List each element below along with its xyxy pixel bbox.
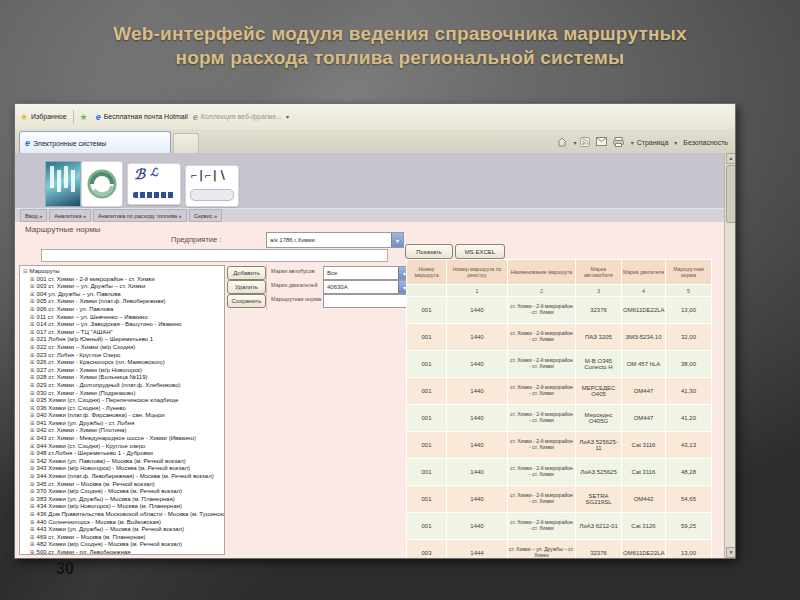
tree-item[interactable]: ⊞482 Химки (м/р Сходня) - Москва (м. Реч… [23,541,224,549]
expand-icon[interactable]: ⊞ [30,526,35,532]
tree-item[interactable]: ⊞027 ст. Химки - Химки (м/р Новогорск) [23,367,224,375]
expand-icon[interactable]: ⊞ [30,412,35,418]
table-row[interactable]: 0011440ст. Химки - 2-й микрорайон - ст. … [407,432,712,459]
scroll-up-arrow[interactable]: ▲ [726,153,736,164]
expand-icon[interactable]: ⊞ [30,541,35,547]
expand-icon[interactable]: ⊞ [30,443,35,449]
expand-icon[interactable]: ⊞ [30,298,35,304]
home-icon[interactable] [557,137,567,148]
tree-item[interactable]: ⊞006 ст. Химки - ул. Павлова [23,306,224,314]
tree-root[interactable]: ⊟Маршруты [23,268,224,276]
favorites-link-web-slices[interactable]: Коллекция веб-фрагме... [201,113,282,120]
save-button[interactable]: Сохранить [227,294,266,308]
table-row[interactable]: 0011440ст. Химки - 2-й микрорайон - ст. … [407,405,712,432]
expand-icon[interactable]: ⊞ [30,473,35,479]
tree-item[interactable]: ⊞043 ст. Химки - Международное шоссе - Х… [23,435,224,443]
expand-icon[interactable]: ⊞ [30,374,35,380]
expand-icon[interactable]: ⊞ [30,534,35,540]
table-row[interactable]: 0011440ст. Химки - 2-й микрорайон - ст. … [407,378,712,405]
expand-icon[interactable]: ⊞ [30,496,35,502]
scroll-down-arrow[interactable]: ▼ [726,547,736,558]
tree-item[interactable]: ⊞004 ул. Дружбы – ул. Павлова [23,291,224,299]
expand-icon[interactable]: ⊞ [30,314,35,320]
expand-icon[interactable]: ⊞ [30,306,35,312]
menu-item-fuel-analytics[interactable]: Аналитика по расходу топлива » [93,209,187,222]
route-norm-input[interactable] [323,294,413,308]
expand-icon[interactable]: ⊞ [30,344,35,350]
tree-item[interactable]: ⊞003 ст. Химки – ул. Дружбы – ст. Химки [23,283,224,291]
table-row[interactable]: 0011440ст. Химки - 2-й микрорайон - ст. … [407,459,712,486]
tree-item[interactable]: ⊞443 Химки (ул. Дружбы) – Москва (м. Реч… [23,526,224,534]
print-icon[interactable] [613,137,624,148]
tree-item[interactable]: ⊞500 ст. Химки - пл. Левобережная [23,549,224,555]
chevron-down-icon[interactable]: ▾ [631,139,634,146]
tree-item[interactable]: ⊞469 ст. Химки – Москва (м. Планерная) [23,534,224,542]
expand-icon[interactable]: ⊞ [30,450,35,456]
tree-item[interactable]: ⊞036 Химки (ст. Сходня) - Лунево [23,405,224,413]
tree-item[interactable]: ⊞014 ст. Химки – ул. Заводская - Вашутин… [23,321,224,329]
tree-item[interactable]: ⊞023 ст. Лобня - Круглое Озеро [23,352,224,360]
tree-item[interactable]: ⊞048 ст.Лобня - Шереметьево 1 - Дубровки [23,450,224,458]
tree-item[interactable]: ⊞383 Химки (ул. Дружбы) – Москва (м. Пла… [23,496,224,504]
favorites-link-hotmail[interactable]: Бесплатная почта Hotmail [104,113,188,120]
tree-item[interactable]: ⊞021 Лобня (м/р Южный) – Шереметьево 1 [23,336,224,344]
tree-item[interactable]: ⊞022 ст. Химки – Химки (м/р Сходня) [23,344,224,352]
expand-icon[interactable]: ⊞ [30,519,35,525]
email-icon[interactable] [596,137,607,147]
tree-item[interactable]: ⊞343 Химки (м/р Новогорск) - Москва (м. … [23,465,224,473]
tab-electronic-systems[interactable]: e Электронные системы [19,131,171,154]
add-button[interactable]: Добавить [227,266,266,280]
enterprise-select[interactable]: а/к 1786 г.Химки ▾ [266,232,404,248]
tree-item[interactable]: ⊞035 Химки (ст. Сходня) - Перепечинское … [23,397,224,405]
tree-item[interactable]: ⊞030 ст. Химки - Химки (Подрезково) [23,390,224,398]
tree-item[interactable]: ⊞001 ст. Химки - 2-й микрорайон - ст. Хи… [23,276,224,284]
scrollbar-thumb[interactable] [726,165,736,223]
table-row[interactable]: 0011440ст. Химки - 2-й микрорайон - ст. … [407,351,712,378]
vertical-scrollbar[interactable]: ▲ ▼ [724,153,735,558]
expand-icon[interactable]: ⊞ [30,336,35,342]
feeds-icon[interactable] [580,137,590,148]
ms-excel-button[interactable]: MS EXCEL [455,244,505,259]
route-filter-input[interactable] [41,249,388,262]
expand-icon[interactable]: ⊞ [30,511,35,517]
expand-icon[interactable]: ⊞ [30,481,35,487]
tree-item[interactable]: ⊞370 Химки (м/р Сходня) - Москва (м. Реч… [23,488,224,496]
delete-button[interactable]: Удалить [227,280,266,294]
expand-icon[interactable]: ⊞ [30,405,35,411]
expand-icon[interactable]: ⊞ [30,291,35,297]
menu-item-service[interactable]: Сервис » [189,209,222,222]
bus-brand-select[interactable]: Все ▾ [323,266,411,280]
tree-item[interactable]: ⊞017 ст. Химки – ТЦ "АШАН" [23,329,224,337]
expand-icon[interactable]: ⊞ [30,329,35,335]
tree-item[interactable]: ⊞040 Химки (плат.ф. Фирсановка) - сан. М… [23,412,224,420]
tree-item[interactable]: ⊞026 ст. Химки - Красногорск (пл. Маяков… [23,359,224,367]
menu-item-input[interactable]: Ввод » [20,209,47,222]
tree-item[interactable]: ⊞440 Солнечногорск - Москва (м. Войковск… [23,519,224,527]
expand-icon[interactable]: ⊞ [30,465,35,471]
tree-item[interactable]: ⊞029 ст. Химки - Долгопрудный (плат.ф. Х… [23,382,224,390]
page-menu-button[interactable]: Страница ▾ [637,139,678,146]
tree-item[interactable]: ⊞044 Химки (ст. Сходня) - Круглое озеро [23,443,224,451]
expand-icon[interactable]: ⊞ [30,420,35,426]
tree-item[interactable]: ⊞042 ст. Химки - Химки (Плотина) [23,427,224,435]
engine-brand-select[interactable]: 40630А ▾ [323,280,411,294]
expand-icon[interactable]: ⊞ [30,503,35,509]
tree-item[interactable]: ⊞041 Химки (ул. Дружбы) - ст. Лобня [23,420,224,428]
expand-icon[interactable]: ⊞ [30,458,35,464]
collapse-icon[interactable]: ⊟ [23,268,28,274]
add-favorite-icon[interactable]: ★ [80,112,88,122]
tree-item[interactable]: ⊞434 Химки (м/р Новогорск) – Москва (м. … [23,503,224,511]
expand-icon[interactable]: ⊞ [30,427,35,433]
expand-icon[interactable]: ⊞ [30,352,35,358]
chevron-down-icon[interactable]: ▾ [574,139,577,146]
expand-icon[interactable]: ⊞ [30,397,35,403]
security-menu-button[interactable]: Безопасность [683,139,728,146]
show-button[interactable]: Показать [405,244,453,259]
tree-item[interactable]: ⊞028 ст. Химки - Химки (Больница №119) [23,374,224,382]
table-row[interactable]: 0011440ст. Химки - 2-й микрорайон - ст. … [407,297,712,324]
menu-item-analytics[interactable]: Аналитика » [49,209,91,222]
expand-icon[interactable]: ⊞ [30,283,35,289]
table-row[interactable]: 0011440ст. Химки - 2-й микрорайон - ст. … [407,513,712,540]
table-row[interactable]: 0011440ст. Химки - 2-й микрорайон - ст. … [407,486,712,513]
tree-item[interactable]: ⊞344 Химки (плат.ф. Левобережная) - Моск… [23,473,224,481]
